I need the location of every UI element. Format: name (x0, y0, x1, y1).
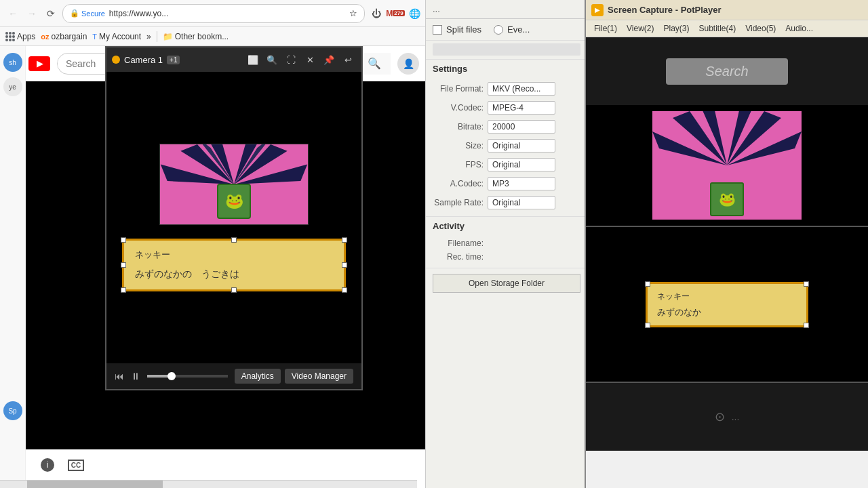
resize-handle-ml[interactable] (121, 262, 126, 268)
every-radio[interactable] (494, 25, 503, 35)
bookmark-ozbargain[interactable]: oz ozbargain (41, 32, 87, 41)
sc-menu-file[interactable]: File(1) (590, 22, 621, 35)
sc-handle-tl[interactable] (645, 281, 650, 287)
fps-row: FPS: Original (433, 155, 580, 174)
sc-menu-audio[interactable]: Audio... (781, 22, 817, 35)
sc-bottom-icon-1: ⊙ (715, 409, 725, 424)
game-character: 🐸 (217, 184, 251, 219)
info-button[interactable]: i (37, 454, 58, 476)
more-bookmarks-button[interactable]: » (146, 32, 151, 41)
camera-tool-fullscreen[interactable]: ⛶ (283, 52, 299, 68)
resize-handle-tl[interactable] (121, 237, 126, 243)
pink-background: 🐸 (160, 144, 308, 224)
progress-bar[interactable] (147, 375, 228, 378)
extension-icon[interactable]: 🌐 (407, 6, 422, 21)
resize-handle-tr[interactable] (342, 237, 347, 243)
progress-scrubber[interactable] (167, 372, 176, 380)
split-files-checkbox[interactable] (433, 25, 442, 35)
activity-section: Activity Filename: Rec. time: (426, 217, 587, 268)
camera-badge: +1 (167, 56, 180, 64)
camera-tool-search[interactable]: 🔍 (264, 52, 280, 68)
reload-button[interactable]: ⟳ (43, 6, 58, 21)
rectime-label: Rec. time: (433, 252, 484, 262)
camera-tool-rect[interactable]: ⬜ (245, 52, 261, 68)
sc-search-box[interactable]: Search (666, 58, 788, 85)
camera-status-dot (112, 56, 120, 64)
resize-handle-tm[interactable] (231, 237, 237, 243)
sidebar-icon-2[interactable]: ye (3, 77, 22, 96)
sc-menu-subtitle[interactable]: Subtitle(4) (695, 22, 741, 35)
sc-search-area: Search (586, 37, 868, 105)
power-icon[interactable]: ⏻ (369, 6, 384, 21)
samplerate-label: Sample Rate: (433, 198, 484, 207)
bookmark-myaccount[interactable]: T My Account (92, 32, 141, 41)
yt-bottom-bar: ✏ i CC (0, 449, 427, 480)
cc-button[interactable]: CC (65, 454, 87, 476)
fps-value[interactable]: Original (488, 158, 555, 171)
resize-handle-mr[interactable] (342, 262, 347, 268)
sc-search-text: Search (705, 64, 748, 79)
gmail-icon[interactable]: M279 (388, 6, 403, 21)
vcodec-label: V.Codec: (433, 103, 484, 113)
sc-menu-video[interactable]: Video(5) (741, 22, 780, 35)
scroll-thumb (27, 481, 163, 488)
sc-handle-tr[interactable] (804, 281, 809, 287)
acodec-value[interactable]: MP3 (488, 177, 555, 190)
address-text: https://www.yo... (109, 9, 345, 18)
resize-handle-br[interactable] (342, 287, 347, 293)
cc-icon: CC (68, 460, 84, 471)
sidebar-icon-3[interactable]: Sp (3, 401, 22, 420)
open-folder-button[interactable]: Open Storage Folder (433, 274, 580, 293)
acodec-label: A.Codec: (433, 179, 484, 188)
bookmark-apps[interactable]: Apps (5, 32, 35, 41)
vcodec-value[interactable]: MPEG-4 (488, 101, 555, 115)
camera-content: 🐸 ネッキー みずのなかの うごきは (106, 72, 361, 363)
sidebar-link-icon: sh (9, 59, 16, 66)
split-files-row: Split files Eve... (426, 19, 587, 41)
avatar-button[interactable]: 👤 (397, 53, 419, 75)
yt-logo (28, 56, 50, 71)
back-button[interactable]: ← (5, 6, 20, 21)
input-placeholder[interactable] (433, 43, 580, 56)
forward-button[interactable]: → (24, 6, 39, 21)
bottom-scrollbar[interactable] (0, 480, 417, 488)
video-manager-button[interactable]: Video Manager (285, 369, 353, 384)
extra-row (426, 41, 587, 60)
sidebar-icon-1[interactable]: sh (3, 53, 22, 72)
bookmark-other[interactable]: 📁 Other bookm... (163, 32, 229, 41)
samplerate-value[interactable]: Original (488, 196, 555, 209)
acodec-row: A.Codec: MP3 (433, 174, 580, 193)
file-format-value[interactable]: MKV (Reco... (488, 82, 555, 96)
sc-menu-view[interactable]: View(2) (623, 22, 658, 35)
browser-toolbar: ← → ⟳ 🔒 Secure https://www.yo... ☆ ⏻ M27… (0, 0, 427, 27)
address-bar[interactable]: 🔒 Secure https://www.yo... ☆ (62, 4, 365, 23)
stop-button[interactable]: ⏸ (131, 371, 140, 382)
sc-handle-br[interactable] (804, 323, 809, 328)
camera-tool-expand[interactable]: ✕ (302, 52, 318, 68)
resize-handle-bm[interactable] (231, 287, 237, 293)
camera-tool-rotate[interactable]: ↩ (340, 52, 356, 68)
play-button[interactable]: ⏮ (115, 371, 124, 382)
sc-bottom-icon-2: ... (732, 411, 740, 422)
screen-capture-panel: ▶ Screen Capture - PotPlayer File(1) Vie… (585, 0, 868, 488)
apps-grid-icon (5, 32, 15, 41)
sc-dialogue-box: ネッキー みずのなか (646, 282, 808, 327)
split-files-label: Split files (446, 24, 481, 35)
secure-badge: 🔒 Secure (70, 9, 105, 18)
camera-controls: ⏮ ⏸ Analytics Video Manager (106, 363, 361, 389)
size-value[interactable]: Original (488, 139, 555, 152)
rp-header-text: ... (433, 4, 440, 14)
sc-menu-play[interactable]: Play(3) (659, 22, 693, 35)
every-label: Eve... (507, 24, 530, 35)
camera-tool-pin[interactable]: 📌 (321, 52, 337, 68)
resize-handle-bl[interactable] (121, 287, 126, 293)
star-icon[interactable]: ☆ (349, 8, 357, 18)
activity-title: Activity (433, 221, 580, 231)
sc-game-top: 🐸 (652, 111, 802, 220)
settings-section: Settings File Format: MKV (Reco... V.Cod… (426, 60, 587, 217)
filename-label: Filename: (433, 239, 484, 248)
info-icon: i (41, 458, 54, 472)
analytics-button[interactable]: Analytics (235, 369, 281, 384)
bitrate-value[interactable]: 20000 (488, 120, 555, 134)
sc-handle-bl[interactable] (645, 323, 650, 328)
